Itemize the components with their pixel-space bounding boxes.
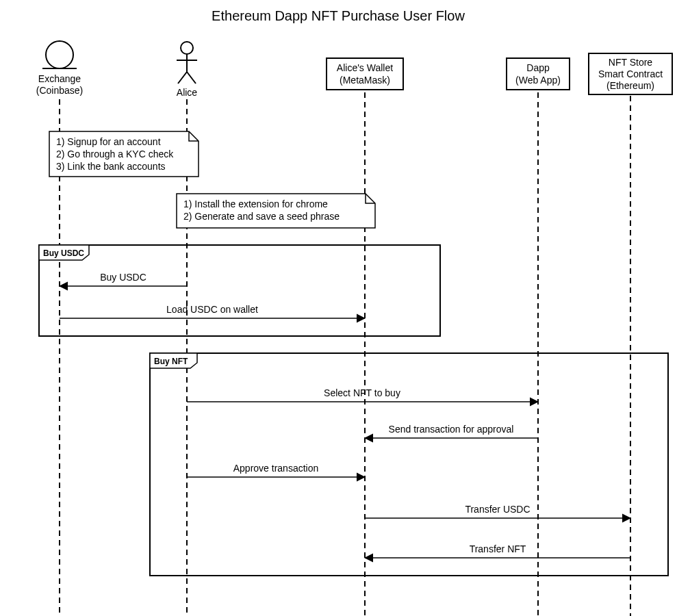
participant-contract-label-1: NFT Store bbox=[609, 57, 653, 68]
participant-alice: Alice bbox=[177, 42, 198, 98]
participant-exchange-label-1: Exchange bbox=[38, 73, 81, 84]
fragment-buy-nft: Buy NFT bbox=[150, 353, 668, 576]
svg-rect-15 bbox=[39, 245, 440, 336]
participant-dapp-label-2: (Web App) bbox=[515, 75, 561, 86]
sequence-diagram: Ethereum Dapp NFT Purchase User Flow Exc… bbox=[0, 0, 677, 616]
message-transfer-nft: Transfer NFT bbox=[365, 543, 630, 558]
message-send-tx-label: Send transaction for approval bbox=[389, 424, 514, 435]
note-signup-line-3: 3) Link the bank accounts bbox=[56, 161, 166, 172]
message-transfer-usdcems: Transfer USDC bbox=[465, 504, 530, 515]
participant-exchange-label-2: (Coinbase) bbox=[36, 85, 83, 96]
message-load-usdc: Load USDC on wallet bbox=[60, 304, 365, 318]
message-buy-usdc-label: Buy USDC bbox=[100, 272, 146, 283]
message-approve-tx-label: Approve transaction bbox=[233, 463, 319, 474]
note-signup: 1) Signup for an account 2) Go through a… bbox=[49, 131, 199, 177]
fragment-buy-nft-label: Buy NFT bbox=[154, 357, 188, 366]
message-send-tx: Send transaction for approval bbox=[365, 424, 538, 438]
participant-wallet-label-1: Alice's Wallet bbox=[337, 62, 393, 73]
svg-rect-18 bbox=[150, 353, 668, 576]
message-select-nft-label: Select NFT to buy bbox=[324, 387, 400, 398]
note-install-line-1: 1) Install the extension for chrome bbox=[183, 198, 328, 209]
message-buy-usdc: Buy USDC bbox=[60, 272, 187, 286]
note-install: 1) Install the extension for chrome 2) G… bbox=[177, 194, 375, 228]
message-load-usdc-label: Load USDC on wallet bbox=[166, 304, 258, 315]
participant-exchange: Exchange (Coinbase) bbox=[36, 41, 83, 96]
participant-alice-label: Alice bbox=[177, 87, 198, 98]
svg-line-6 bbox=[187, 72, 196, 84]
svg-point-0 bbox=[46, 41, 73, 68]
fragment-buy-usdc-label: Buy USDC bbox=[43, 248, 84, 258]
svg-point-2 bbox=[181, 42, 193, 54]
message-transfer-nft-label: Transfer NFT bbox=[470, 543, 526, 554]
message-transfer-usdc: Transfer USDC bbox=[365, 504, 630, 518]
participant-wallet: Alice's Wallet (MetaMask) bbox=[327, 58, 403, 90]
note-install-line-2: 2) Generate and save a seed phrase bbox=[183, 211, 340, 222]
participant-contract: NFT Store Smart Contract (Ethereum) bbox=[589, 53, 672, 94]
participant-dapp: Dapp (Web App) bbox=[507, 58, 570, 90]
message-approve-tx: Approve transaction bbox=[187, 463, 365, 477]
participant-contract-label-3: (Ethereum) bbox=[606, 80, 654, 91]
message-select-nft: Select NFT to buy bbox=[187, 387, 538, 402]
svg-line-5 bbox=[178, 72, 187, 84]
fragment-buy-usdc: Buy USDC bbox=[39, 245, 440, 336]
participant-dapp-label-1: Dapp bbox=[526, 62, 550, 73]
participant-contract-label-2: Smart Contract bbox=[598, 68, 663, 79]
note-signup-line-2: 2) Go through a KYC check bbox=[56, 149, 174, 159]
note-signup-line-1: 1) Signup for an account bbox=[56, 136, 161, 147]
diagram-title: Ethereum Dapp NFT Purchase User Flow bbox=[212, 8, 465, 23]
participant-wallet-label-2: (MetaMask) bbox=[340, 75, 390, 86]
